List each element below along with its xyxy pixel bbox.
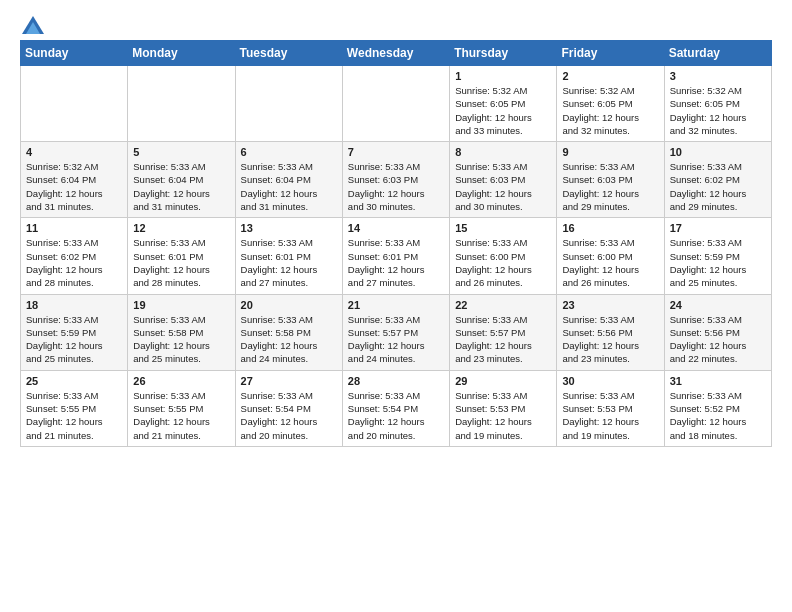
day-info: Sunrise: 5:33 AM Sunset: 5:54 PM Dayligh… — [348, 389, 444, 442]
day-info: Sunrise: 5:33 AM Sunset: 6:00 PM Dayligh… — [455, 236, 551, 289]
col-header-friday: Friday — [557, 41, 664, 66]
calendar-cell: 29Sunrise: 5:33 AM Sunset: 5:53 PM Dayli… — [450, 370, 557, 446]
col-header-wednesday: Wednesday — [342, 41, 449, 66]
day-info: Sunrise: 5:33 AM Sunset: 6:03 PM Dayligh… — [562, 160, 658, 213]
day-number: 25 — [26, 375, 122, 387]
day-info: Sunrise: 5:33 AM Sunset: 5:59 PM Dayligh… — [670, 236, 766, 289]
calendar-cell: 18Sunrise: 5:33 AM Sunset: 5:59 PM Dayli… — [21, 294, 128, 370]
calendar-cell: 27Sunrise: 5:33 AM Sunset: 5:54 PM Dayli… — [235, 370, 342, 446]
day-number: 17 — [670, 222, 766, 234]
day-number: 21 — [348, 299, 444, 311]
day-info: Sunrise: 5:33 AM Sunset: 5:56 PM Dayligh… — [670, 313, 766, 366]
page-header — [20, 16, 772, 32]
calendar-cell — [21, 66, 128, 142]
day-number: 27 — [241, 375, 337, 387]
day-number: 11 — [26, 222, 122, 234]
day-info: Sunrise: 5:33 AM Sunset: 5:54 PM Dayligh… — [241, 389, 337, 442]
day-number: 13 — [241, 222, 337, 234]
day-info: Sunrise: 5:33 AM Sunset: 6:01 PM Dayligh… — [133, 236, 229, 289]
calendar-week-row: 11Sunrise: 5:33 AM Sunset: 6:02 PM Dayli… — [21, 218, 772, 294]
day-info: Sunrise: 5:33 AM Sunset: 6:01 PM Dayligh… — [348, 236, 444, 289]
calendar-header-row: SundayMondayTuesdayWednesdayThursdayFrid… — [21, 41, 772, 66]
calendar-cell: 22Sunrise: 5:33 AM Sunset: 5:57 PM Dayli… — [450, 294, 557, 370]
calendar-cell: 16Sunrise: 5:33 AM Sunset: 6:00 PM Dayli… — [557, 218, 664, 294]
calendar-cell: 10Sunrise: 5:33 AM Sunset: 6:02 PM Dayli… — [664, 142, 771, 218]
day-info: Sunrise: 5:33 AM Sunset: 5:55 PM Dayligh… — [26, 389, 122, 442]
calendar-cell: 13Sunrise: 5:33 AM Sunset: 6:01 PM Dayli… — [235, 218, 342, 294]
calendar-cell: 15Sunrise: 5:33 AM Sunset: 6:00 PM Dayli… — [450, 218, 557, 294]
day-info: Sunrise: 5:32 AM Sunset: 6:04 PM Dayligh… — [26, 160, 122, 213]
day-info: Sunrise: 5:33 AM Sunset: 5:52 PM Dayligh… — [670, 389, 766, 442]
day-number: 22 — [455, 299, 551, 311]
day-number: 8 — [455, 146, 551, 158]
day-info: Sunrise: 5:33 AM Sunset: 6:04 PM Dayligh… — [241, 160, 337, 213]
col-header-monday: Monday — [128, 41, 235, 66]
day-number: 5 — [133, 146, 229, 158]
day-number: 15 — [455, 222, 551, 234]
col-header-tuesday: Tuesday — [235, 41, 342, 66]
calendar-cell: 7Sunrise: 5:33 AM Sunset: 6:03 PM Daylig… — [342, 142, 449, 218]
day-number: 23 — [562, 299, 658, 311]
calendar-cell: 19Sunrise: 5:33 AM Sunset: 5:58 PM Dayli… — [128, 294, 235, 370]
calendar-cell: 20Sunrise: 5:33 AM Sunset: 5:58 PM Dayli… — [235, 294, 342, 370]
calendar-cell: 23Sunrise: 5:33 AM Sunset: 5:56 PM Dayli… — [557, 294, 664, 370]
day-number: 19 — [133, 299, 229, 311]
calendar-week-row: 18Sunrise: 5:33 AM Sunset: 5:59 PM Dayli… — [21, 294, 772, 370]
calendar-cell: 11Sunrise: 5:33 AM Sunset: 6:02 PM Dayli… — [21, 218, 128, 294]
day-info: Sunrise: 5:33 AM Sunset: 5:53 PM Dayligh… — [562, 389, 658, 442]
day-number: 20 — [241, 299, 337, 311]
day-number: 7 — [348, 146, 444, 158]
day-info: Sunrise: 5:33 AM Sunset: 6:00 PM Dayligh… — [562, 236, 658, 289]
calendar-table: SundayMondayTuesdayWednesdayThursdayFrid… — [20, 40, 772, 447]
day-number: 9 — [562, 146, 658, 158]
logo-icon — [22, 16, 44, 34]
calendar-cell: 4Sunrise: 5:32 AM Sunset: 6:04 PM Daylig… — [21, 142, 128, 218]
day-info: Sunrise: 5:33 AM Sunset: 5:58 PM Dayligh… — [133, 313, 229, 366]
calendar-cell: 9Sunrise: 5:33 AM Sunset: 6:03 PM Daylig… — [557, 142, 664, 218]
day-info: Sunrise: 5:32 AM Sunset: 6:05 PM Dayligh… — [670, 84, 766, 137]
day-info: Sunrise: 5:33 AM Sunset: 5:57 PM Dayligh… — [348, 313, 444, 366]
day-number: 14 — [348, 222, 444, 234]
day-number: 29 — [455, 375, 551, 387]
day-info: Sunrise: 5:32 AM Sunset: 6:05 PM Dayligh… — [562, 84, 658, 137]
day-number: 31 — [670, 375, 766, 387]
day-info: Sunrise: 5:33 AM Sunset: 5:56 PM Dayligh… — [562, 313, 658, 366]
day-number: 16 — [562, 222, 658, 234]
day-info: Sunrise: 5:33 AM Sunset: 5:53 PM Dayligh… — [455, 389, 551, 442]
calendar-week-row: 25Sunrise: 5:33 AM Sunset: 5:55 PM Dayli… — [21, 370, 772, 446]
day-info: Sunrise: 5:33 AM Sunset: 6:02 PM Dayligh… — [670, 160, 766, 213]
day-number: 6 — [241, 146, 337, 158]
day-info: Sunrise: 5:33 AM Sunset: 5:59 PM Dayligh… — [26, 313, 122, 366]
day-info: Sunrise: 5:32 AM Sunset: 6:05 PM Dayligh… — [455, 84, 551, 137]
day-number: 4 — [26, 146, 122, 158]
day-info: Sunrise: 5:33 AM Sunset: 6:03 PM Dayligh… — [455, 160, 551, 213]
calendar-cell: 28Sunrise: 5:33 AM Sunset: 5:54 PM Dayli… — [342, 370, 449, 446]
day-number: 18 — [26, 299, 122, 311]
logo — [20, 16, 44, 32]
day-number: 26 — [133, 375, 229, 387]
calendar-cell: 31Sunrise: 5:33 AM Sunset: 5:52 PM Dayli… — [664, 370, 771, 446]
col-header-saturday: Saturday — [664, 41, 771, 66]
day-number: 3 — [670, 70, 766, 82]
calendar-cell: 26Sunrise: 5:33 AM Sunset: 5:55 PM Dayli… — [128, 370, 235, 446]
day-number: 12 — [133, 222, 229, 234]
calendar-cell: 24Sunrise: 5:33 AM Sunset: 5:56 PM Dayli… — [664, 294, 771, 370]
day-info: Sunrise: 5:33 AM Sunset: 5:58 PM Dayligh… — [241, 313, 337, 366]
calendar-cell: 12Sunrise: 5:33 AM Sunset: 6:01 PM Dayli… — [128, 218, 235, 294]
calendar-cell — [128, 66, 235, 142]
calendar-cell: 21Sunrise: 5:33 AM Sunset: 5:57 PM Dayli… — [342, 294, 449, 370]
day-info: Sunrise: 5:33 AM Sunset: 5:57 PM Dayligh… — [455, 313, 551, 366]
day-number: 28 — [348, 375, 444, 387]
calendar-cell: 2Sunrise: 5:32 AM Sunset: 6:05 PM Daylig… — [557, 66, 664, 142]
calendar-cell: 30Sunrise: 5:33 AM Sunset: 5:53 PM Dayli… — [557, 370, 664, 446]
calendar-cell — [235, 66, 342, 142]
calendar-cell: 14Sunrise: 5:33 AM Sunset: 6:01 PM Dayli… — [342, 218, 449, 294]
calendar-cell: 8Sunrise: 5:33 AM Sunset: 6:03 PM Daylig… — [450, 142, 557, 218]
calendar-cell: 5Sunrise: 5:33 AM Sunset: 6:04 PM Daylig… — [128, 142, 235, 218]
day-number: 30 — [562, 375, 658, 387]
calendar-week-row: 1Sunrise: 5:32 AM Sunset: 6:05 PM Daylig… — [21, 66, 772, 142]
calendar-cell: 25Sunrise: 5:33 AM Sunset: 5:55 PM Dayli… — [21, 370, 128, 446]
calendar-cell — [342, 66, 449, 142]
day-info: Sunrise: 5:33 AM Sunset: 6:04 PM Dayligh… — [133, 160, 229, 213]
day-info: Sunrise: 5:33 AM Sunset: 6:03 PM Dayligh… — [348, 160, 444, 213]
